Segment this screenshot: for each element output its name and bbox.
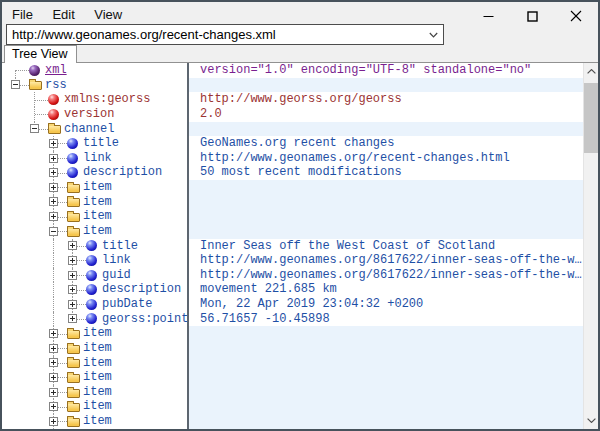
- expand-icon[interactable]: [68, 256, 77, 265]
- tree-node-label[interactable]: item: [83, 399, 112, 414]
- maximize-icon: [527, 11, 538, 22]
- expand-icon[interactable]: [49, 329, 58, 338]
- expand-icon[interactable]: [49, 358, 58, 367]
- url-combobox: [6, 24, 444, 45]
- blue-node-icon: [86, 255, 97, 266]
- tree-guide-line: [15, 70, 16, 77]
- content-area: xmlrssxmlns:georssversionchanneltitlelin…: [2, 62, 598, 429]
- tree-node-label[interactable]: description: [102, 282, 181, 297]
- window-controls: [466, 2, 598, 30]
- value-row: [189, 209, 583, 224]
- tree-node-label[interactable]: rss: [45, 78, 67, 93]
- tree-node-label[interactable]: item: [83, 414, 112, 429]
- tree-row: version: [2, 107, 187, 122]
- node-value-text: http://www.geonames.org/recent-changes.h…: [200, 151, 510, 165]
- expand-icon[interactable]: [68, 314, 77, 323]
- blue-node-icon: [67, 138, 78, 149]
- expand-icon[interactable]: [68, 271, 77, 280]
- node-value-text: version="1.0" encoding="UTF-8" standalon…: [200, 63, 531, 77]
- tree-node-label[interactable]: guid: [102, 268, 131, 283]
- scroll-up-button[interactable]: [584, 63, 598, 80]
- tree-node-label[interactable]: xmlns:georss: [64, 92, 150, 107]
- tree-row: link: [2, 151, 187, 166]
- value-row: [189, 341, 583, 356]
- folder-icon: [48, 125, 61, 134]
- menu-bar: File Edit View: [2, 2, 130, 26]
- tree-row: item: [2, 414, 187, 429]
- node-value-text: http://www.geonames.org/8617622/inner-se…: [200, 268, 582, 282]
- tree-row: pubDate: [2, 297, 187, 312]
- folder-icon: [67, 345, 80, 354]
- expand-icon[interactable]: [49, 154, 58, 163]
- tree-guide-line: [53, 253, 54, 268]
- url-input[interactable]: [7, 26, 423, 43]
- tree-node-label[interactable]: version: [64, 107, 114, 122]
- menu-file[interactable]: File: [5, 5, 40, 24]
- tab-tree-view[interactable]: Tree View: [4, 45, 77, 63]
- tree-row: item: [2, 326, 187, 341]
- url-dropdown-button[interactable]: [423, 25, 443, 44]
- value-row: http://www.geonames.org/8617622/inner-se…: [189, 268, 583, 283]
- minimize-button[interactable]: [466, 2, 510, 30]
- value-row: 2.0: [189, 107, 583, 122]
- value-row: [189, 180, 583, 195]
- tree-node-label[interactable]: link: [102, 253, 131, 268]
- tree-node-label[interactable]: link: [83, 151, 112, 166]
- tree-node-label[interactable]: description: [83, 165, 162, 180]
- blue-node-icon: [86, 270, 97, 281]
- tree-guide-line: [53, 282, 54, 297]
- value-row: [189, 399, 583, 414]
- expand-icon[interactable]: [49, 388, 58, 397]
- expand-icon[interactable]: [68, 300, 77, 309]
- scrollbar-track[interactable]: [584, 80, 598, 412]
- tree-node-label[interactable]: item: [83, 224, 112, 239]
- close-button[interactable]: [554, 2, 598, 30]
- tree-node-label[interactable]: item: [83, 356, 112, 371]
- vertical-scrollbar[interactable]: [583, 63, 598, 429]
- tree-node-label[interactable]: pubDate: [102, 297, 152, 312]
- tree-node-label[interactable]: channel: [64, 122, 114, 137]
- expand-icon[interactable]: [49, 183, 58, 192]
- expand-icon[interactable]: [49, 344, 58, 353]
- tree-guide-line: [53, 312, 54, 327]
- folder-icon: [67, 403, 80, 412]
- maximize-button[interactable]: [510, 2, 554, 30]
- tree-node-label[interactable]: item: [83, 341, 112, 356]
- node-value-text: Inner Seas off the West Coast of Scotlan…: [200, 239, 495, 253]
- tree-node-label[interactable]: item: [83, 385, 112, 400]
- tree-node-label[interactable]: item: [83, 180, 112, 195]
- tree-row: description: [2, 282, 187, 297]
- collapse-icon[interactable]: [49, 227, 58, 236]
- menu-view[interactable]: View: [87, 5, 129, 24]
- tree-node-label[interactable]: georss:point: [102, 312, 187, 327]
- expand-icon[interactable]: [49, 139, 58, 148]
- menu-edit[interactable]: Edit: [45, 5, 81, 24]
- tree-node-label[interactable]: xml: [45, 63, 67, 78]
- expand-icon[interactable]: [49, 168, 58, 177]
- value-row: [189, 385, 583, 400]
- tree-node-label[interactable]: item: [83, 209, 112, 224]
- tree-node-label[interactable]: item: [83, 195, 112, 210]
- collapse-icon[interactable]: [11, 80, 20, 89]
- expand-icon[interactable]: [49, 417, 58, 426]
- tree-row: item: [2, 399, 187, 414]
- tree-row: georss:point: [2, 312, 187, 327]
- expand-icon[interactable]: [49, 373, 58, 382]
- tree-row: guid: [2, 268, 187, 283]
- expand-icon[interactable]: [68, 285, 77, 294]
- scrollbar-thumb[interactable]: [584, 83, 598, 153]
- tree-node-label[interactable]: title: [102, 239, 138, 254]
- blue-node-icon: [67, 153, 78, 164]
- expand-icon[interactable]: [68, 241, 77, 250]
- expand-icon[interactable]: [49, 212, 58, 221]
- scroll-down-button[interactable]: [584, 412, 598, 429]
- tree-node-label[interactable]: item: [83, 326, 112, 341]
- collapse-icon[interactable]: [30, 124, 39, 133]
- expand-icon[interactable]: [49, 197, 58, 206]
- tree-node-label[interactable]: item: [83, 370, 112, 385]
- tree-node-label[interactable]: title: [83, 136, 119, 151]
- chevron-down-icon: [429, 32, 438, 38]
- value-pane: version="1.0" encoding="UTF-8" standalon…: [189, 63, 583, 429]
- expand-icon[interactable]: [49, 402, 58, 411]
- tree-row: rss: [2, 78, 187, 93]
